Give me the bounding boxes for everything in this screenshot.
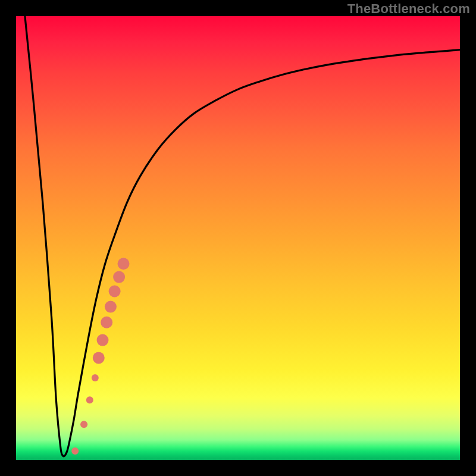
highlight-dot xyxy=(113,271,125,283)
highlight-dot xyxy=(109,286,121,298)
highlight-dot xyxy=(93,352,105,364)
highlighted-dots xyxy=(71,258,129,455)
highlight-dot xyxy=(105,301,117,313)
highlight-dot xyxy=(80,421,87,428)
bottleneck-curve-path xyxy=(25,16,460,456)
highlight-dot xyxy=(92,374,99,381)
curve-layer xyxy=(16,16,460,460)
highlight-dot xyxy=(71,447,79,455)
highlight-dot xyxy=(118,258,130,270)
highlight-dot xyxy=(86,396,93,403)
chart-frame: TheBottleneck.com xyxy=(0,0,476,476)
highlight-dot xyxy=(97,334,109,346)
plot-area xyxy=(16,16,460,460)
highlight-dot xyxy=(101,317,112,328)
watermark-text: TheBottleneck.com xyxy=(347,1,470,17)
